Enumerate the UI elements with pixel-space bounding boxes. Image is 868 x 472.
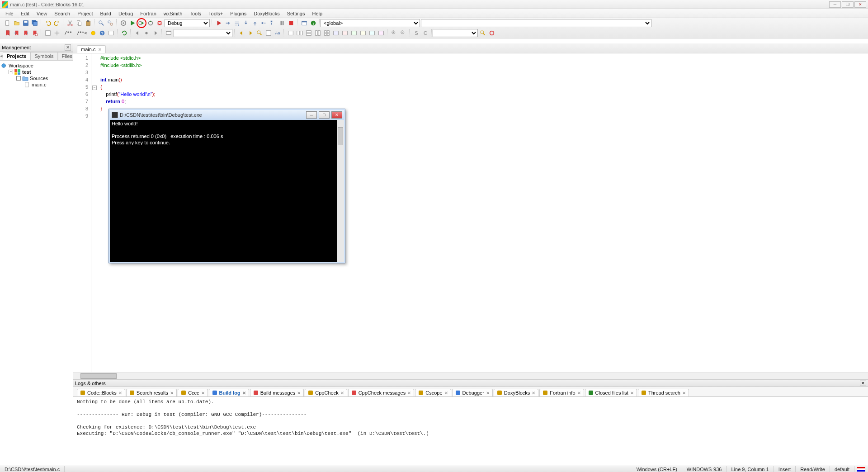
debug-windows-icon[interactable] <box>300 19 308 27</box>
log-tab-debugger[interactable]: Debugger✕ <box>452 389 493 396</box>
menu-plugins[interactable]: Plugins <box>226 10 250 17</box>
menu-debug[interactable]: Debug <box>115 10 137 17</box>
editor-tab-close-icon[interactable]: ✕ <box>98 47 102 52</box>
abbrev-icon[interactable] <box>165 29 173 37</box>
win-c-icon[interactable] <box>350 29 358 37</box>
editor-hscrollbar[interactable] <box>73 372 868 379</box>
log-tab-cscope[interactable]: Cscope✕ <box>415 389 451 396</box>
stop-debug-icon[interactable] <box>287 19 295 27</box>
log-tab-cppcheck[interactable]: CppCheck✕ <box>305 389 347 396</box>
doxy-help-icon[interactable]: ? <box>98 29 106 37</box>
menu-file[interactable]: File <box>2 10 17 17</box>
search-opts-icon[interactable] <box>488 29 496 37</box>
collapse-icon[interactable]: − <box>9 70 13 74</box>
debug-start-icon[interactable] <box>215 19 223 27</box>
menu-tools-[interactable]: Tools+ <box>205 10 226 17</box>
menu-wxsmith[interactable]: wxSmith <box>160 10 186 17</box>
minimize-button[interactable]: ─ <box>829 1 841 8</box>
menu-build[interactable]: Build <box>96 10 114 17</box>
tree-folder[interactable]: − Sources <box>1 75 72 81</box>
bookmark-clear-icon[interactable] <box>31 29 39 37</box>
console-titlebar[interactable]: D:\CSDN\test\test\bin\Debug\test.exe ─ □… <box>110 110 344 120</box>
log-tab-fortran-info[interactable]: Fortran info✕ <box>539 389 584 396</box>
symbol-select[interactable] <box>421 19 651 27</box>
run-icon[interactable] <box>128 19 137 27</box>
search-go-icon[interactable] <box>479 29 487 37</box>
console-maximize-button[interactable]: □ <box>319 111 330 119</box>
menu-fortran[interactable]: Fortran <box>137 10 160 17</box>
build-log-body[interactable]: Nothing to be done (all items are up-to-… <box>73 397 868 466</box>
break-icon[interactable] <box>278 19 286 27</box>
open-file-icon[interactable] <box>13 19 21 27</box>
menu-edit[interactable]: Edit <box>17 10 33 17</box>
hl-options-icon[interactable] <box>264 29 273 37</box>
save-all-icon[interactable] <box>31 19 39 27</box>
info-icon[interactable]: i <box>309 19 317 27</box>
tab-symbols[interactable]: Symbols <box>30 52 57 60</box>
cut-icon[interactable] <box>66 19 74 27</box>
log-tab-code-blocks[interactable]: Code::Blocks✕ <box>77 389 125 396</box>
log-tab-search-results[interactable]: Search results✕ <box>126 389 177 396</box>
locale-flag-icon[interactable] <box>857 467 865 472</box>
doxy-comment-block-icon[interactable]: /** <box>62 29 75 37</box>
tree-project[interactable]: − test <box>1 69 72 75</box>
logs-close-icon[interactable]: ✕ <box>860 381 866 386</box>
menu-doxyblocks[interactable]: DoxyBlocks <box>250 10 283 17</box>
doxy-extract-icon[interactable] <box>44 29 52 37</box>
refresh-icon[interactable] <box>120 29 128 37</box>
step-into-instr-icon[interactable] <box>269 19 277 27</box>
search-box[interactable] <box>433 29 478 37</box>
jump-back-icon[interactable] <box>133 29 142 37</box>
next-instr-icon[interactable] <box>260 19 268 27</box>
console-close-button[interactable]: ✕ <box>331 111 342 119</box>
log-tab-closed-files-list[interactable]: Closed files list✕ <box>585 389 637 396</box>
win-b-icon[interactable] <box>341 29 349 37</box>
build-icon[interactable] <box>119 19 127 27</box>
log-tab-cccc[interactable]: Cccc✕ <box>178 389 208 396</box>
zoom-out-icon[interactable] <box>399 29 407 37</box>
new-file-icon[interactable] <box>4 19 12 27</box>
collapse-icon[interactable]: − <box>16 76 21 81</box>
copy-icon[interactable] <box>75 19 83 27</box>
log-tab-build-log[interactable]: Build log✕ <box>209 389 249 396</box>
jump-fwd-icon[interactable] <box>151 29 160 37</box>
hl-case-icon[interactable]: Aa <box>274 29 282 37</box>
paste-icon[interactable] <box>84 19 92 27</box>
save-icon[interactable] <box>22 19 30 27</box>
run-to-cursor-icon[interactable] <box>224 19 232 27</box>
menu-help[interactable]: Help <box>308 10 326 17</box>
win-split-h-icon[interactable] <box>305 29 313 37</box>
bookmark-next-icon[interactable] <box>22 29 30 37</box>
build-target-select[interactable]: Debug <box>165 19 210 27</box>
bookmark-prev-icon[interactable] <box>13 29 21 37</box>
rebuild-icon[interactable] <box>146 19 155 27</box>
console-vscrollbar[interactable] <box>337 120 344 262</box>
doxy-comment-line-icon[interactable]: /**< <box>75 29 88 37</box>
win-dual-icon[interactable] <box>296 29 304 37</box>
win-f-icon[interactable] <box>377 29 385 37</box>
menu-tools[interactable]: Tools <box>186 10 205 17</box>
hl-prev-icon[interactable] <box>237 29 245 37</box>
find-icon[interactable] <box>97 19 105 27</box>
win-single-icon[interactable] <box>287 29 295 37</box>
win-grid-icon[interactable] <box>323 29 331 37</box>
doxy-wizard-icon[interactable] <box>53 29 61 37</box>
hl-next-icon[interactable] <box>246 29 255 37</box>
management-close-icon[interactable]: ✕ <box>65 44 71 51</box>
abort-icon[interactable] <box>156 19 164 27</box>
redo-icon[interactable] <box>53 19 61 27</box>
jump-mark-icon[interactable] <box>142 29 151 37</box>
win-e-icon[interactable] <box>368 29 376 37</box>
menu-settings[interactable]: Settings <box>283 10 309 17</box>
bookmark-toggle-icon[interactable] <box>4 29 12 37</box>
step-into-icon[interactable] <box>242 19 250 27</box>
close-button[interactable]: ✕ <box>854 1 866 8</box>
tab-projects[interactable]: Projects <box>3 52 30 60</box>
scope-select[interactable]: <global> <box>321 19 420 27</box>
doxy-prefs-icon[interactable] <box>107 29 115 37</box>
log-tab-build-messages[interactable]: Build messages✕ <box>250 389 304 396</box>
log-tab-cppcheck-messages[interactable]: CppCheck messages✕ <box>348 389 415 396</box>
maximize-button[interactable]: ❐ <box>842 1 854 8</box>
replace-icon[interactable] <box>106 19 114 27</box>
console-minimize-button[interactable]: ─ <box>306 111 317 119</box>
